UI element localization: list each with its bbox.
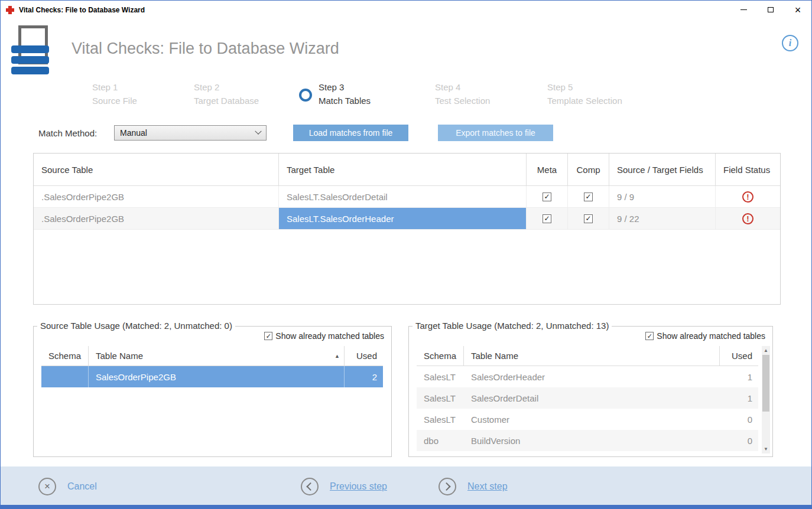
cancel-circle: × [38, 478, 56, 495]
checkbox-label: Show already matched tables [275, 331, 384, 341]
table-name-cell[interactable]: BuildVersion [464, 430, 720, 451]
column-header-label: Table Name [471, 351, 518, 361]
table-name-cell[interactable]: SalesOrderHeader [464, 366, 720, 387]
source-table-cell[interactable]: .SalesOrderPipe2GB [34, 186, 279, 208]
step-sublabel: Match Tables [319, 95, 371, 106]
info-button[interactable]: i [782, 35, 798, 51]
table-row[interactable]: SalesLT SalesOrderDetail 1 [417, 387, 758, 409]
target-table-cell-selected[interactable]: SalesLT.SalesOrderHeader [279, 208, 527, 230]
used-cell[interactable]: 2 [345, 366, 383, 387]
error-status-icon: ! [742, 191, 753, 203]
logo-bar-icon [11, 67, 49, 74]
checkbox-checked-icon[interactable]: ✓ [584, 214, 593, 223]
step-label: Step 1 [92, 81, 137, 93]
column-header-source-table[interactable]: Source Table [34, 154, 279, 185]
match-method-label: Match Method: [38, 128, 97, 138]
table-name-cell[interactable]: SalesOrderPipe2GB [89, 366, 345, 387]
chevron-left-glyph [306, 482, 314, 490]
used-cell[interactable]: 0 [720, 409, 758, 430]
load-matches-button[interactable]: Load matches from file [293, 125, 408, 141]
checkbox-checked-icon[interactable]: ✓ [264, 332, 272, 340]
fields-count-cell[interactable]: 9 / 9 [609, 186, 716, 208]
schema-cell[interactable]: dbo [417, 430, 464, 451]
match-method-value: Manual [120, 128, 147, 138]
logo-bar-icon [11, 45, 49, 53]
table-row[interactable]: SalesLT SalesOrderHeader 1 [417, 366, 758, 387]
cancel-label: Cancel [67, 481, 97, 492]
column-header-meta[interactable]: Meta [527, 154, 568, 185]
app-cross-icon [6, 6, 14, 14]
target-usage-title: Target Table Usage (Matched: 2, Unmatche… [413, 321, 612, 331]
step-label: Step 5 [547, 81, 622, 93]
app-window: Vital Checks: File to Database Wizard × … [0, 0, 812, 509]
fields-count-cell[interactable]: 9 / 22 [609, 208, 716, 230]
step-label: Step 4 [435, 81, 490, 93]
step-sublabel: Target Database [194, 95, 259, 106]
scrollbar[interactable]: ▲ ▼ [762, 346, 770, 453]
column-header-schema[interactable]: Schema [41, 346, 89, 366]
column-header-target-table[interactable]: Target Table [279, 154, 527, 185]
column-header-used[interactable]: Used [720, 346, 758, 366]
column-header-schema[interactable]: Schema [417, 346, 464, 366]
step-sublabel: Test Selection [435, 95, 490, 106]
target-table-cell[interactable]: SalesLT.SalesOrderDetail [279, 186, 527, 208]
close-button[interactable]: × [784, 1, 811, 19]
footer: × Cancel Previous step Next step [1, 466, 811, 506]
column-header-comp[interactable]: Comp [568, 154, 609, 185]
checkbox-checked-icon[interactable]: ✓ [543, 214, 551, 223]
table-row[interactable]: SalesLT Customer 0 [417, 409, 758, 430]
match-method-select[interactable]: Manual [114, 125, 267, 141]
scroll-up-icon[interactable]: ▲ [762, 346, 770, 355]
maximize-button[interactable] [757, 1, 784, 19]
checkbox-checked-icon[interactable]: ✓ [584, 192, 593, 201]
used-cell[interactable]: 1 [720, 387, 758, 409]
column-header-field-status[interactable]: Field Status [716, 154, 780, 185]
export-matches-button[interactable]: Export matches to file [438, 125, 553, 141]
meta-cell: ✓ [527, 208, 568, 230]
table-row: .SalesOrderPipe2GB SalesLT.SalesOrderDet… [34, 186, 780, 208]
next-step-button[interactable]: Next step [439, 466, 508, 506]
schema-cell[interactable] [41, 366, 89, 387]
checkbox-checked-icon[interactable]: ✓ [543, 192, 551, 201]
schema-cell[interactable]: SalesLT [417, 409, 464, 430]
step-2: Step 2 Target Database [194, 81, 259, 109]
table-row[interactable]: dbo BuildVersion 0 [417, 430, 758, 451]
source-table-cell[interactable]: .SalesOrderPipe2GB [34, 208, 279, 230]
sort-asc-icon: ▲ [334, 353, 340, 359]
step-label: Step 2 [194, 81, 259, 93]
used-cell[interactable]: 1 [720, 366, 758, 387]
table-name-cell[interactable]: Customer [464, 409, 720, 430]
column-header-fields[interactable]: Source / Target Fields [609, 154, 716, 185]
minimize-button[interactable] [730, 1, 757, 19]
checkbox-checked-icon[interactable]: ✓ [645, 332, 654, 340]
step-3-active: Step 3 Match Tables [299, 81, 371, 109]
show-matched-checkbox-target[interactable]: ✓ Show already matched tables [645, 331, 765, 341]
used-cell[interactable]: 0 [720, 430, 758, 451]
title-bar: Vital Checks: File to Database Wizard × [1, 1, 811, 19]
table-row-selected[interactable]: SalesOrderPipe2GB 2 [41, 366, 383, 387]
checkbox-label: Show already matched tables [657, 331, 765, 341]
column-header-table-name[interactable]: Table Name [464, 346, 720, 366]
show-matched-checkbox-source[interactable]: ✓ Show already matched tables [264, 331, 384, 341]
column-header-used[interactable]: Used [345, 346, 383, 366]
maximize-icon [768, 7, 774, 12]
chevron-right-glyph [443, 482, 451, 490]
comp-cell: ✓ [568, 186, 609, 208]
scroll-down-icon[interactable]: ▼ [762, 445, 770, 453]
page-title: Vital Checks: File to Database Wizard [72, 40, 339, 58]
cancel-button[interactable]: × Cancel [38, 466, 97, 506]
target-usage-panel: Target Table Usage (Matched: 2, Unmatche… [408, 326, 773, 457]
next-step-label: Next step [467, 481, 508, 492]
schema-cell[interactable]: SalesLT [417, 366, 464, 387]
column-header-table-name[interactable]: Table Name ▲ [89, 346, 345, 366]
previous-step-button[interactable]: Previous step [301, 466, 387, 506]
step-sublabel: Source File [92, 95, 137, 106]
match-table-header: Source Table Target Table Meta Comp Sour… [34, 154, 780, 186]
previous-step-label: Previous step [330, 481, 387, 492]
source-usage-title: Source Table Usage (Matched: 2, Unmatche… [37, 321, 235, 331]
schema-cell[interactable]: SalesLT [417, 387, 464, 409]
source-usage-table-header: Schema Table Name ▲ Used [41, 346, 383, 366]
table-name-cell[interactable]: SalesOrderDetail [464, 387, 720, 409]
table-row: .SalesOrderPipe2GB SalesLT.SalesOrderHea… [34, 208, 780, 230]
scrollbar-thumb[interactable] [762, 355, 769, 412]
